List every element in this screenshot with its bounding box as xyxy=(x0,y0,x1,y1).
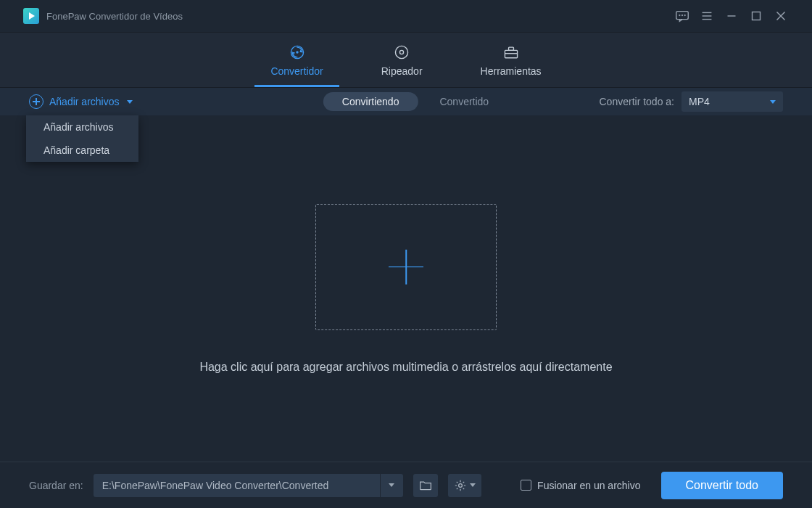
svg-point-3 xyxy=(682,15,683,16)
chevron-down-icon xyxy=(389,483,394,487)
tab-ripeador-label: Ripeador xyxy=(381,65,423,77)
convert-all-button[interactable]: Convertir todo xyxy=(661,472,784,499)
format-selected-value: MP4 xyxy=(689,96,710,107)
svg-rect-17 xyxy=(508,47,513,50)
convert-icon xyxy=(287,44,307,61)
svg-rect-9 xyxy=(753,12,761,20)
plus-icon xyxy=(389,250,423,284)
minimize-icon[interactable] xyxy=(719,0,744,33)
tab-ripeador[interactable]: Ripeador xyxy=(374,33,430,87)
add-files-button[interactable]: Añadir archivos xyxy=(29,94,133,109)
action-bar: Añadir archivos Convirtiendo Convertido … xyxy=(0,88,812,115)
toolbox-icon xyxy=(501,44,521,61)
svg-rect-16 xyxy=(505,50,517,57)
dropdown-item-add-files[interactable]: Añadir archivos xyxy=(26,115,138,139)
tab-herramientas-label: Herramientas xyxy=(481,65,542,77)
disc-icon xyxy=(392,44,412,61)
svg-point-2 xyxy=(679,15,680,16)
close-icon[interactable] xyxy=(768,0,793,33)
open-folder-button[interactable] xyxy=(413,474,438,497)
tab-convertidor[interactable]: Convertidor xyxy=(263,33,330,87)
menu-icon[interactable] xyxy=(695,0,719,33)
title-bar: FonePaw Convertidor de Vídeos xyxy=(0,0,812,33)
folder-icon xyxy=(419,480,432,491)
app-title: FonePaw Convertidor de Vídeos xyxy=(46,11,183,22)
svg-point-15 xyxy=(400,50,404,54)
drop-zone[interactable] xyxy=(315,204,497,330)
svg-point-13 xyxy=(296,51,298,53)
svg-point-19 xyxy=(458,483,462,487)
merge-label: Fusionar en un archivo xyxy=(537,480,640,491)
drop-hint-text: Haga clic aquí para agregar archivos mul… xyxy=(199,361,612,374)
convert-all-to: Convertir todo a: MP4 xyxy=(600,91,784,112)
main-tabs: Convertidor Ripeador Herramientas xyxy=(0,33,812,88)
segment-converting[interactable]: Convirtiendo xyxy=(323,92,418,111)
add-files-label: Añadir archivos xyxy=(49,96,120,107)
checkbox-icon xyxy=(521,480,531,491)
add-files-dropdown: Añadir archivos Añadir carpeta xyxy=(26,115,138,162)
content-area: Haga clic aquí para agregar archivos mul… xyxy=(0,115,812,462)
bottom-bar: Guardar en: E:\FonePaw\FonePaw Video Con… xyxy=(0,462,812,508)
save-path-dropdown[interactable] xyxy=(380,474,403,497)
segment-converted[interactable]: Convertido xyxy=(439,96,489,107)
convert-all-label: Convertir todo a: xyxy=(600,96,675,107)
feedback-icon[interactable] xyxy=(670,0,695,33)
format-select[interactable]: MP4 xyxy=(682,91,783,112)
app-logo-icon xyxy=(23,8,39,24)
settings-button[interactable] xyxy=(448,474,481,497)
plus-circle-icon xyxy=(29,94,44,109)
maximize-icon[interactable] xyxy=(744,0,768,33)
save-path-input[interactable]: E:\FonePaw\FonePaw Video Converter\Conve… xyxy=(94,474,380,497)
chevron-down-icon xyxy=(127,100,133,104)
tab-convertidor-label: Convertidor xyxy=(270,65,323,77)
gear-icon xyxy=(454,480,467,491)
save-in-label: Guardar en: xyxy=(29,480,83,491)
svg-point-4 xyxy=(684,15,685,16)
svg-marker-0 xyxy=(29,12,35,20)
chevron-down-icon xyxy=(470,483,476,487)
dropdown-item-add-folder[interactable]: Añadir carpeta xyxy=(26,139,138,162)
tab-herramientas[interactable]: Herramientas xyxy=(473,33,549,87)
status-segment: Convirtiendo Convertido xyxy=(323,92,489,111)
merge-checkbox[interactable]: Fusionar en un archivo xyxy=(521,480,640,491)
chevron-down-icon xyxy=(770,100,776,104)
svg-point-14 xyxy=(396,46,408,58)
